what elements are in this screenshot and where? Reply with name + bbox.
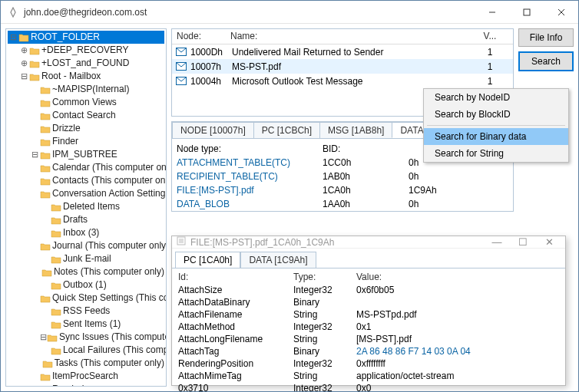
folder-icon [42, 358, 53, 369]
minimize-button[interactable] [475, 1, 509, 23]
col-v[interactable]: V... [467, 29, 513, 44]
property-row[interactable]: AttachDataBinary Binary [178, 296, 559, 308]
property-row[interactable]: 0x3710 Integer32 0x0 [178, 382, 559, 392]
property-row[interactable]: AttachMethod Integer32 0x1 [178, 321, 559, 333]
tree-label: Outbox (1) [63, 278, 107, 292]
nodetype-name[interactable]: RECIPIENT_TABLE(TC) [177, 171, 323, 182]
tree-item[interactable]: Quick Step Settings (This computer only) [8, 292, 164, 305]
tree-item[interactable]: Calendar (This computer only) [8, 161, 164, 174]
nodetype-bid: 1AB0h [323, 171, 409, 182]
folder-icon [40, 293, 51, 304]
prop-type: Integer32 [293, 358, 356, 369]
tree-item[interactable]: ⊕ +LOST_and_FOUND [8, 57, 164, 70]
menu-search-blockid[interactable]: Search by BlockID [424, 106, 568, 123]
col-node[interactable]: Node: [172, 29, 226, 44]
tree-item[interactable]: Contact Search [8, 109, 164, 122]
tree-label: Notes (This computer only) [54, 265, 164, 278]
search-button[interactable]: Search [518, 51, 574, 71]
prop-value: MS-PSTpd.pdf [356, 309, 559, 320]
col-type: Type: [293, 272, 356, 282]
tree-label: Contact Search [52, 109, 116, 122]
tree-item[interactable]: Junk E-mail [8, 252, 164, 265]
property-maximize-button[interactable]: ☐ [510, 236, 536, 248]
close-button[interactable] [544, 1, 578, 23]
tree-item[interactable]: ⊟ Root - Mailbox [8, 70, 164, 83]
property-row[interactable]: AttachMimeTag String application/octet-s… [178, 370, 559, 382]
folder-tree[interactable]: ⊟ ROOT_FOLDER ⊕ +DEEP_RECOVERY ⊕ +LOST_a… [5, 28, 167, 387]
folder-icon [51, 280, 61, 291]
property-row[interactable]: RenderingPosition Integer32 0xffffffff [178, 357, 559, 370]
expand-icon[interactable]: ⊕ [18, 57, 29, 70]
tree-item[interactable]: Inbox (3) [8, 226, 164, 239]
property-row[interactable]: AttachLongFilename String [MS-PST].pdf [178, 333, 559, 345]
tree-item[interactable]: ItemProcSearch [8, 370, 164, 383]
tab-node[interactable]: NODE [10007h] [172, 122, 254, 138]
property-row[interactable]: AttachFilename String MS-PSTpd.pdf [178, 308, 559, 321]
mail-icon [175, 77, 187, 85]
tree-label: Finder [52, 135, 78, 148]
nodetype-name[interactable]: ATTACHMENT_TABLE(TC) [177, 157, 323, 168]
tree-item[interactable]: Sent Items (1) [8, 318, 164, 331]
tree-item[interactable]: Local Failures (This computer only) [8, 344, 164, 357]
folder-icon [51, 254, 61, 265]
tree-item[interactable]: ⊕ +DEEP_RECOVERY [8, 44, 164, 57]
nodetype-bid2: 1C9Ah [409, 185, 437, 196]
tree-item[interactable]: Contacts (This computer only) [8, 174, 164, 187]
node-row[interactable]: 10007h MS-PST.pdf 1 [172, 59, 513, 74]
menu-search-binary[interactable]: Search for Binary data [424, 128, 568, 145]
expand-icon[interactable]: ⊟ [18, 70, 29, 83]
modal-tab-pc[interactable]: PC [1CA0h] [175, 252, 240, 268]
tree-root[interactable]: ⊟ ROOT_FOLDER [8, 31, 164, 44]
tree-item[interactable]: Journal (This computer only) [8, 239, 164, 252]
property-close-button[interactable]: ✕ [536, 236, 562, 248]
tree-label: Root - Mailbox [41, 70, 101, 83]
property-window-titlebar[interactable]: FILE:[MS-PST].pdf_1CA0h_1C9Ah — ☐ ✕ [172, 236, 565, 249]
menu-search-string[interactable]: Search for String [424, 145, 568, 162]
tree-item[interactable]: Drafts [8, 213, 164, 226]
tree-item[interactable]: ⊟ Sync Issues (This computer only) [8, 331, 164, 344]
expand-icon[interactable]: ⊟ [40, 331, 47, 344]
property-row[interactable]: AttachSize Integer32 0x6f0b05 [178, 284, 559, 296]
tree-item[interactable]: Deleted Items [8, 200, 164, 213]
tree-item[interactable]: ~MAPISP(Internal) [8, 83, 164, 96]
node-row[interactable]: 1000Dh Undelivered Mail Returned to Send… [172, 44, 513, 59]
maximize-button[interactable] [509, 1, 544, 23]
nodetype-row[interactable]: DATA_BLOB 1AA0h 0h [177, 197, 508, 211]
menu-search-nodeid[interactable]: Search by NodeID [424, 89, 568, 106]
nodetype-name[interactable]: FILE:[MS-PST].pdf [177, 185, 323, 196]
col-name[interactable]: Name: [226, 29, 467, 44]
tree-item[interactable]: Conversation Action Settings [8, 187, 164, 200]
prop-value[interactable]: 2A 86 48 86 F7 14 03 0A 04 [356, 346, 559, 357]
bid-label: BID: [323, 143, 340, 154]
tree-item[interactable]: Outbox (1) [8, 278, 164, 292]
prop-value: application/octet-stream [356, 371, 559, 381]
nodetype-name[interactable]: DATA_BLOB [177, 199, 323, 209]
nodetype-row[interactable]: RECIPIENT_TABLE(TC) 1AB0h 0h [177, 170, 508, 183]
tree-item[interactable]: Reminders [8, 383, 164, 387]
file-info-button[interactable]: File Info [518, 28, 574, 47]
tree-item[interactable]: Tasks (This computer only) [8, 357, 164, 370]
node-row[interactable]: 10004h Microsoft Outlook Test Message 1 [172, 74, 513, 88]
collapse-icon[interactable]: ⊟ [8, 31, 18, 44]
tab-pc[interactable]: PC [1CBCh] [253, 122, 320, 138]
tree-item[interactable]: RSS Feeds [8, 305, 164, 318]
folder-icon [40, 124, 51, 134]
tree-label: Deleted Items [63, 200, 120, 213]
tree-label: Sent Items (1) [63, 318, 121, 331]
tree-item[interactable]: ⊟ IPM_SUBTREE [8, 148, 164, 161]
tab-msg[interactable]: MSG [1AB8h] [319, 122, 392, 138]
tree-item[interactable]: Finder [8, 135, 164, 148]
titlebar: john.doe@thegrideon.com.ost [1, 1, 578, 24]
tree-item[interactable]: Common Views [8, 96, 164, 109]
modal-tab-data[interactable]: DATA [1C9Ah] [240, 252, 316, 268]
tree-item[interactable]: Drizzle [8, 122, 164, 135]
property-minimize-button[interactable]: — [484, 236, 510, 248]
expand-icon[interactable]: ⊟ [29, 148, 40, 161]
tree-item[interactable]: Notes (This computer only) [8, 265, 164, 278]
expand-icon[interactable]: ⊕ [18, 44, 29, 57]
property-row[interactable]: AttachTag Binary 2A 86 48 86 F7 14 03 0A… [178, 345, 559, 357]
property-window: FILE:[MS-PST].pdf_1CA0h_1C9Ah — ☐ ✕ PC [… [171, 236, 566, 386]
folder-icon [40, 371, 51, 382]
node-list-header: Node: Name: V... [172, 29, 513, 44]
nodetype-row[interactable]: FILE:[MS-PST].pdf 1CA0h 1C9Ah [177, 183, 508, 197]
